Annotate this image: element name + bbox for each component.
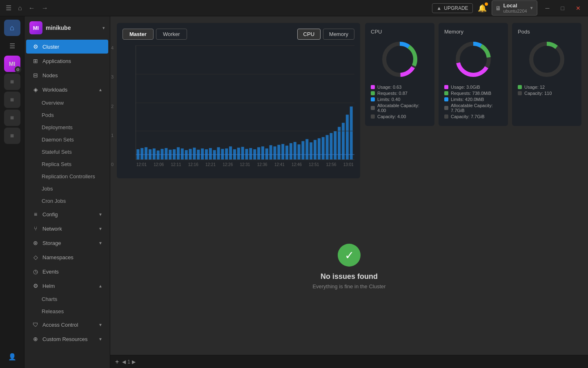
svg-rect-34: [273, 146, 276, 159]
svg-rect-22: [225, 148, 228, 159]
sidebar-sub-daemon-sets[interactable]: Daemon Sets: [26, 134, 108, 146]
x-label-8: 12:41: [274, 162, 285, 167]
extra1-icon: ■: [10, 78, 14, 85]
rail-user-icon[interactable]: 👤: [4, 348, 20, 365]
sidebar-item-config[interactable]: ≡ Config ▼: [26, 207, 108, 221]
helm-submenu: Charts Releases: [24, 293, 110, 317]
cpu-type-button[interactable]: CPU: [297, 29, 321, 40]
svg-rect-40: [298, 144, 301, 159]
home-icon[interactable]: ⌂: [16, 3, 24, 13]
rail-list-icon[interactable]: ☰: [4, 38, 20, 54]
cpu-limits-text: Limits: 0.40: [377, 97, 400, 102]
sidebar-sub-cron-jobs[interactable]: Cron Jobs: [26, 195, 108, 207]
memory-legend-usage: Usage: 3.0GiB: [444, 85, 502, 90]
display-info: Local ubuntu2204: [503, 2, 527, 13]
sidebar-item-namespaces[interactable]: ◇ Namespaces: [26, 250, 108, 264]
bottom-bar: + ◀ 1 ▶: [110, 355, 588, 368]
sidebar-sub-jobs[interactable]: Jobs: [26, 183, 108, 195]
svg-rect-18: [209, 148, 212, 159]
grid-line-top: [136, 45, 354, 46]
display-selector[interactable]: 🖥 Local ubuntu2204 ▼: [492, 0, 537, 16]
icon-rail: ⌂ ☰ MI ⚙ ■ ■ ■ ■ 👤: [0, 16, 24, 368]
svg-rect-43: [310, 142, 312, 159]
sidebar-sub-replica-sets[interactable]: Replica Sets: [26, 158, 108, 170]
sidebar-helm-label: Helm: [42, 283, 95, 289]
sidebar-events-label: Events: [42, 269, 102, 275]
upgrade-button[interactable]: ▲ UPGRADE: [432, 3, 472, 13]
svg-rect-45: [318, 138, 321, 159]
svg-rect-46: [322, 137, 325, 159]
svg-rect-28: [249, 148, 252, 159]
main-content: Master Worker CPU Memory 4 3 2 1 0: [110, 16, 588, 368]
sidebar-item-network[interactable]: ⑂ Network ▼: [26, 222, 108, 236]
memory-panel-title: Memory: [444, 29, 463, 35]
grid-line-25: [136, 74, 354, 74]
sidebar-item-cluster[interactable]: ⚙ Cluster: [26, 40, 108, 54]
config-icon: ≡: [32, 211, 39, 218]
menu-icon[interactable]: ☰: [4, 2, 13, 13]
master-tab[interactable]: Master: [122, 29, 154, 40]
sidebar-item-helm[interactable]: ⚙ Helm ▲: [26, 279, 108, 293]
sidebar-storage-label: Storage: [42, 240, 95, 246]
sidebar-sub-stateful-sets[interactable]: Stateful Sets: [26, 146, 108, 158]
issues-title: No issues found: [321, 272, 378, 281]
rail-extra3-icon[interactable]: ■: [4, 110, 20, 126]
access-control-chevron-icon: ▼: [98, 323, 102, 327]
extra4-icon: ■: [10, 132, 14, 139]
user-icon: 👤: [8, 353, 16, 361]
sidebar-header[interactable]: MI minikube ▾: [24, 16, 110, 39]
close-button[interactable]: ✕: [572, 3, 584, 13]
topbar: ☰ ⌂ ← → ▲ UPGRADE 🔔 🖥 Local ubuntu2204 ▼…: [0, 0, 588, 16]
upgrade-icon: ▲: [437, 5, 441, 11]
sidebar-sub-releases[interactable]: Releases: [26, 305, 108, 317]
network-chevron-icon: ▼: [98, 227, 102, 231]
add-tab-button[interactable]: +: [115, 358, 119, 366]
sidebar-item-workloads[interactable]: ◈ Workloads ▲: [26, 83, 108, 96]
rail-home-icon[interactable]: ⌂: [4, 20, 20, 36]
sidebar-config-label: Config: [42, 211, 95, 218]
access-control-icon: 🛡: [32, 321, 39, 328]
sidebar-sub-overview[interactable]: Overview: [26, 97, 108, 109]
sidebar-item-nodes[interactable]: ⊟ Nodes: [26, 68, 108, 82]
rail-extra4-icon[interactable]: ■: [4, 128, 20, 144]
network-icon: ⑂: [32, 225, 39, 232]
grid-line-50: [136, 103, 354, 103]
rail-extra2-icon[interactable]: ■: [4, 92, 20, 108]
cpu-legend-usage: Usage: 0.63: [371, 85, 429, 90]
sidebar-sub-deployments[interactable]: Deployments: [26, 121, 108, 133]
sidebar-sub-pods[interactable]: Pods: [26, 109, 108, 121]
cluster-icon: ⚙: [32, 43, 39, 50]
sidebar-cluster-icon: MI: [29, 21, 42, 34]
sidebar-sub-charts[interactable]: Charts: [26, 293, 108, 305]
pods-legend-capacity: Capacity: 110: [518, 91, 576, 96]
svg-rect-33: [270, 145, 272, 159]
page-prev-icon[interactable]: ◀: [122, 359, 126, 365]
y-label-0: 0: [111, 162, 114, 167]
extra2-icon: ■: [10, 96, 14, 103]
back-button[interactable]: ←: [27, 3, 37, 13]
issues-section: ✓ No issues found Everything is fine in …: [110, 178, 588, 355]
sidebar-item-events[interactable]: ◷ Events: [26, 265, 108, 278]
rail-cluster-icon[interactable]: MI ⚙: [4, 56, 20, 72]
worker-tab[interactable]: Worker: [156, 29, 187, 40]
sidebar-item-access-control[interactable]: 🛡 Access Control ▼: [26, 318, 108, 332]
memory-donut-svg: [453, 39, 494, 80]
svg-rect-35: [277, 145, 280, 159]
pods-usage-dot: [518, 85, 522, 89]
maximize-button[interactable]: □: [558, 3, 568, 13]
sidebar-item-custom-resources[interactable]: ⊕ Custom Resources ▼: [26, 332, 108, 346]
forward-button[interactable]: →: [40, 3, 50, 13]
pods-donut: [526, 39, 567, 80]
pods-usage-text: Usage: 12: [524, 85, 545, 90]
notifications-button[interactable]: 🔔: [478, 4, 487, 13]
sidebar-item-applications[interactable]: ⊞ Applications: [26, 54, 108, 68]
pods-panel-title: Pods: [518, 29, 530, 35]
sidebar-item-storage[interactable]: ⊛ Storage ▼: [26, 236, 108, 250]
rail-extra1-icon[interactable]: ■: [4, 74, 20, 90]
home-rail-icon: ⌂: [10, 24, 14, 32]
page-next-icon[interactable]: ▶: [132, 359, 136, 365]
memory-type-button[interactable]: Memory: [323, 29, 354, 40]
sidebar-sub-replication-controllers[interactable]: Replication Controllers: [26, 171, 108, 182]
page-number: 1: [127, 359, 130, 365]
minimize-button[interactable]: ─: [542, 3, 553, 13]
